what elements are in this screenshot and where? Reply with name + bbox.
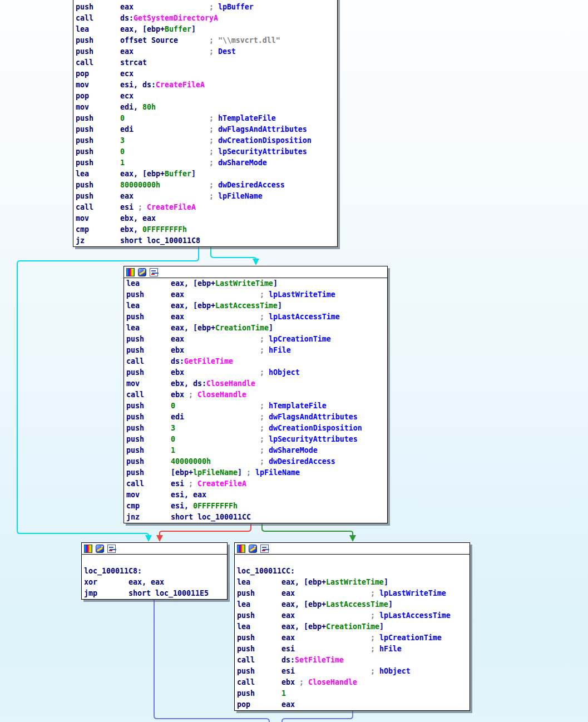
asm-line[interactable]: push ebx ; hObject: [126, 367, 387, 378]
asm-line[interactable]: push 1 ; dwShareMode: [76, 157, 337, 169]
edge-loc100011CC-down: [282, 711, 353, 722]
graph-canvas[interactable]: push ;push eax ; lpBuffercall ds:GetSyst…: [0, 0, 588, 722]
asm-line[interactable]: push eax ; lpLastWriteTime: [126, 289, 387, 300]
basic-block-loc100011C8[interactable]: loc_100011C8:xor eax, eaxjmp short loc_1…: [81, 542, 228, 600]
collapse-icon[interactable]: [107, 545, 116, 553]
asm-line[interactable]: jnz short loc_100011CC: [126, 512, 387, 523]
asm-line[interactable]: [84, 555, 227, 566]
asm-line[interactable]: push edi ; dwFlagsAndAttributes: [126, 412, 387, 423]
arrowhead: [349, 535, 356, 542]
asm-line[interactable]: call esi ; CreateFileA: [76, 202, 337, 213]
asm-line[interactable]: push [ebp+lpFileName] ; lpFileName: [126, 467, 387, 478]
edge-middle-to-loc100011CC: [262, 524, 353, 535]
asm-line[interactable]: lea eax, [ebp+Buffer]: [76, 169, 337, 180]
pencil-icon[interactable]: [249, 545, 257, 553]
asm-line[interactable]: push 1 ; dwShareMode: [126, 445, 387, 456]
asm-line[interactable]: mov ebx, ds:CloseHandle: [126, 378, 387, 389]
asm-line[interactable]: cmp esi, 0FFFFFFFFh: [126, 501, 387, 512]
asm-line[interactable]: pop ecx: [76, 91, 337, 102]
asm-line[interactable]: lea eax, [ebp+LastAccessTime]: [126, 300, 387, 311]
asm-code: push ;push eax ; lpBuffercall ds:GetSyst…: [73, 0, 337, 246]
asm-line[interactable]: lea eax, [ebp+CreationTime]: [237, 621, 470, 632]
node-titlebar: [235, 543, 470, 555]
asm-line[interactable]: mov esi, eax: [126, 489, 387, 501]
asm-code: loc_100011C8:xor eax, eaxjmp short loc_1…: [82, 555, 227, 599]
asm-line[interactable]: push esi ; hFile: [237, 644, 470, 655]
asm-line[interactable]: lea eax, [ebp+CreationTime]: [126, 323, 387, 334]
asm-line[interactable]: push ebx ; hFile: [126, 345, 387, 356]
asm-line[interactable]: push eax ; lpLastWriteTime: [237, 588, 470, 599]
asm-line[interactable]: pop ecx: [76, 68, 337, 80]
asm-line[interactable]: push 3 ; dwCreationDisposition: [126, 423, 387, 434]
asm-line[interactable]: push esi ; hObject: [237, 666, 470, 677]
asm-line[interactable]: [237, 555, 470, 566]
asm-line[interactable]: push 0 ; lpSecurityAttributes: [76, 146, 337, 157]
asm-line[interactable]: call ds:GetSystemDirectoryA: [76, 13, 337, 24]
arrowhead: [253, 259, 259, 265]
asm-line[interactable]: jmp short loc_100011E5: [84, 588, 227, 599]
arrowhead: [145, 535, 152, 542]
asm-line[interactable]: lea eax, [ebp+LastAccessTime]: [237, 599, 470, 610]
asm-line[interactable]: call ebx ; CloseHandle: [126, 389, 387, 400]
asm-line[interactable]: pop eax: [237, 699, 470, 710]
asm-line[interactable]: push eax ; lpFileName: [76, 191, 337, 202]
asm-line[interactable]: call strcat: [76, 57, 337, 68]
asm-line[interactable]: push 0 ; hTemplateFile: [76, 113, 337, 124]
asm-line[interactable]: lea eax, [ebp+Buffer]: [76, 24, 337, 35]
palette-icon[interactable]: [84, 545, 92, 553]
asm-line[interactable]: loc_100011CC:: [237, 566, 470, 577]
asm-line[interactable]: mov edi, 80h: [76, 102, 337, 113]
edge-top-to-middle: [211, 247, 256, 259]
asm-line[interactable]: call ds:GetFileTime: [126, 356, 387, 367]
basic-block-top[interactable]: push ;push eax ; lpBuffercall ds:GetSyst…: [73, 0, 338, 247]
asm-line[interactable]: push 1: [237, 688, 470, 699]
palette-icon[interactable]: [126, 268, 135, 276]
node-titlebar: [82, 543, 227, 555]
asm-line[interactable]: call ebx ; CloseHandle: [237, 677, 470, 688]
asm-line[interactable]: call esi ; CreateFileA: [126, 478, 387, 489]
asm-line[interactable]: push edi ; dwFlagsAndAttributes: [76, 124, 337, 135]
asm-line[interactable]: call ds:SetFileTime: [237, 655, 470, 666]
asm-line[interactable]: push eax ; lpCreationTime: [237, 632, 470, 644]
asm-line[interactable]: push offset Source ; "\\msvcrt.dll": [76, 35, 337, 46]
collapse-icon[interactable]: [150, 268, 158, 276]
asm-code: loc_100011CC:lea eax, [ebp+LastWriteTime…: [235, 555, 470, 710]
asm-code: lea eax, [ebp+LastWriteTime]push eax ; l…: [124, 278, 387, 523]
asm-line[interactable]: push 0 ; lpSecurityAttributes: [126, 434, 387, 445]
asm-line[interactable]: mov ebx, eax: [76, 213, 337, 224]
node-titlebar: [124, 266, 387, 278]
asm-line[interactable]: lea eax, [ebp+LastWriteTime]: [237, 577, 470, 588]
asm-line[interactable]: push 0 ; hTemplateFile: [126, 400, 387, 412]
asm-line[interactable]: push eax ; Dest: [76, 46, 337, 57]
pencil-icon[interactable]: [138, 268, 146, 276]
basic-block-middle[interactable]: lea eax, [ebp+LastWriteTime]push eax ; l…: [123, 266, 388, 523]
asm-line[interactable]: xor eax, eax: [84, 577, 227, 588]
asm-line[interactable]: push 80000000h ; dwDesiredAccess: [76, 180, 337, 191]
asm-line[interactable]: push 40000000h ; dwDesiredAccess: [126, 456, 387, 467]
asm-line[interactable]: loc_100011C8:: [84, 566, 227, 577]
arrowhead: [156, 535, 163, 542]
asm-line[interactable]: push 3 ; dwCreationDisposition: [76, 135, 337, 146]
basic-block-loc100011CC[interactable]: loc_100011CC:lea eax, [ebp+LastWriteTime…: [234, 542, 470, 711]
edge-middle-to-loc100011C8: [160, 524, 251, 535]
asm-line[interactable]: jz short loc_100011C8: [76, 235, 337, 246]
collapse-icon[interactable]: [260, 545, 269, 553]
asm-line[interactable]: push eax ; lpLastAccessTime: [237, 610, 470, 621]
pencil-icon[interactable]: [96, 545, 104, 553]
palette-icon[interactable]: [237, 545, 245, 553]
asm-line[interactable]: push eax ; lpBuffer: [76, 2, 337, 13]
asm-line[interactable]: push eax ; lpLastAccessTime: [126, 311, 387, 323]
asm-line[interactable]: cmp ebx, 0FFFFFFFFh: [76, 224, 337, 235]
asm-line[interactable]: push eax ; lpCreationTime: [126, 334, 387, 345]
asm-line[interactable]: lea eax, [ebp+LastWriteTime]: [126, 278, 387, 289]
asm-line[interactable]: mov esi, ds:CreateFileA: [76, 80, 337, 91]
